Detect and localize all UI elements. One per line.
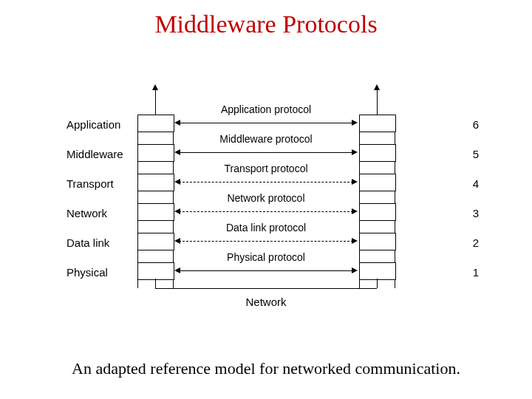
right-up-line xyxy=(377,89,378,115)
protocol-arrow-r-network xyxy=(352,208,358,214)
right-box-transport xyxy=(359,174,396,191)
protocol-arrow-l-datalink xyxy=(174,238,180,244)
left-drop-line xyxy=(155,279,156,288)
layer-num-1: 1 xyxy=(464,266,479,279)
left-up-line xyxy=(155,89,156,115)
protocol-arrow-l-physical xyxy=(174,267,180,273)
layer-num-3: 3 xyxy=(464,207,479,219)
layer-label-network: Network xyxy=(66,207,133,219)
layer-label-physical: Physical xyxy=(66,266,133,279)
protocol-arrow-l-transport xyxy=(174,179,180,185)
protocol-arrow-l-network xyxy=(174,208,180,214)
network-hline xyxy=(155,288,377,289)
protocol-arrow-l-application xyxy=(174,120,180,126)
left-up-arrow xyxy=(152,84,158,90)
left-box-application xyxy=(137,115,174,132)
protocol-arrow-r-application xyxy=(352,120,358,126)
protocol-label-network: Network protocol xyxy=(185,192,347,204)
left-box-physical xyxy=(137,262,174,280)
protocol-line-application xyxy=(179,123,353,123)
right-box-network xyxy=(359,203,396,221)
protocol-label-datalink: Data link protocol xyxy=(185,222,347,233)
left-box-network xyxy=(137,203,174,221)
protocol-line-datalink xyxy=(179,241,353,242)
layer-num-4: 4 xyxy=(464,177,479,190)
layer-num-2: 2 xyxy=(464,236,479,249)
network-bottom-label: Network xyxy=(229,296,303,308)
layer-num-6: 6 xyxy=(464,118,479,131)
protocol-arrow-r-transport xyxy=(352,179,358,185)
left-box-datalink xyxy=(137,233,174,250)
protocol-arrow-r-middleware xyxy=(352,149,358,155)
right-box-application xyxy=(359,115,396,132)
protocol-line-network xyxy=(179,211,353,212)
page-title: Middleware Protocols xyxy=(0,10,532,38)
caption-text: An adapted reference model for networked… xyxy=(0,359,532,378)
protocol-line-physical xyxy=(179,270,353,271)
protocol-label-transport: Transport protocol xyxy=(185,163,347,174)
layer-num-5: 5 xyxy=(464,148,479,160)
layer-diagram: Application Application protocol 6 Middl… xyxy=(66,74,466,318)
protocol-label-application: Application protocol xyxy=(185,103,347,115)
protocol-arrow-l-middleware xyxy=(174,149,180,155)
protocol-label-middleware: Middleware protocol xyxy=(185,133,347,145)
layer-label-application: Application xyxy=(66,118,133,131)
right-box-physical xyxy=(359,262,396,280)
layer-label-transport: Transport xyxy=(66,177,133,190)
protocol-arrow-r-physical xyxy=(352,267,358,273)
protocol-line-middleware xyxy=(179,152,353,153)
right-box-datalink xyxy=(359,233,396,250)
right-drop-line xyxy=(377,279,378,288)
left-box-middleware xyxy=(137,144,174,162)
layer-label-datalink: Data link xyxy=(66,236,133,249)
right-up-arrow xyxy=(374,84,380,90)
layer-label-middleware: Middleware xyxy=(66,148,133,160)
protocol-label-physical: Physical protocol xyxy=(185,251,347,263)
right-box-middleware xyxy=(359,144,396,162)
protocol-line-transport xyxy=(179,182,353,183)
left-box-transport xyxy=(137,174,174,191)
protocol-arrow-r-datalink xyxy=(352,238,358,244)
